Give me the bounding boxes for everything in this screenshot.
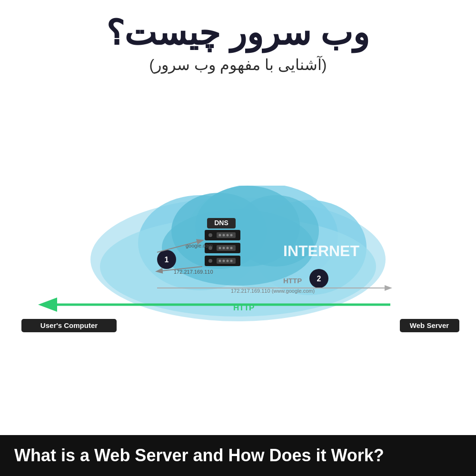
svg-text:Web Server: Web Server (410, 321, 449, 329)
svg-point-17 (227, 234, 229, 236)
svg-point-18 (230, 234, 233, 236)
svg-point-23 (223, 247, 225, 249)
svg-point-31 (227, 259, 229, 262)
svg-point-13 (208, 233, 212, 237)
diagram-svg: INTERNET DNS (14, 186, 462, 333)
svg-text:User's Computer: User's Computer (40, 321, 98, 329)
svg-point-16 (223, 234, 225, 236)
svg-point-32 (230, 259, 233, 262)
footer-title: What is a Web Server and How Does it Wor… (14, 446, 384, 466)
svg-point-22 (219, 247, 221, 249)
svg-point-25 (230, 247, 233, 249)
bottom-bar: What is a Web Server and How Does it Wor… (0, 435, 476, 476)
svg-point-30 (223, 259, 225, 262)
svg-text:172.217.169.110 (www.google.co: 172.217.169.110 (www.google.com) (231, 288, 315, 294)
top-section: وب سرور چیست؟ (آشنایی با مفهوم وب سرور) (0, 0, 476, 435)
svg-text:DNS: DNS (214, 219, 228, 227)
svg-point-29 (219, 259, 221, 262)
svg-point-15 (219, 234, 221, 236)
svg-point-24 (227, 247, 229, 249)
diagram-svg-container: INTERNET DNS (14, 186, 462, 333)
main-container: وب سرور چیست؟ (آشنایی با مفهوم وب سرور) (0, 0, 476, 476)
subtitle-persian: (آشنایی با مفهوم وب سرور) (149, 56, 327, 74)
svg-text:INTERNET: INTERNET (283, 242, 359, 259)
svg-point-27 (208, 259, 212, 263)
svg-text:2: 2 (317, 275, 321, 283)
svg-text:1: 1 (165, 256, 169, 264)
diagram-area: INTERNET DNS (10, 88, 466, 430)
main-title-persian: وب سرور چیست؟ (106, 14, 369, 52)
svg-text:HTTP: HTTP (283, 277, 302, 285)
svg-text:172.217.169.110: 172.217.169.110 (174, 269, 213, 275)
